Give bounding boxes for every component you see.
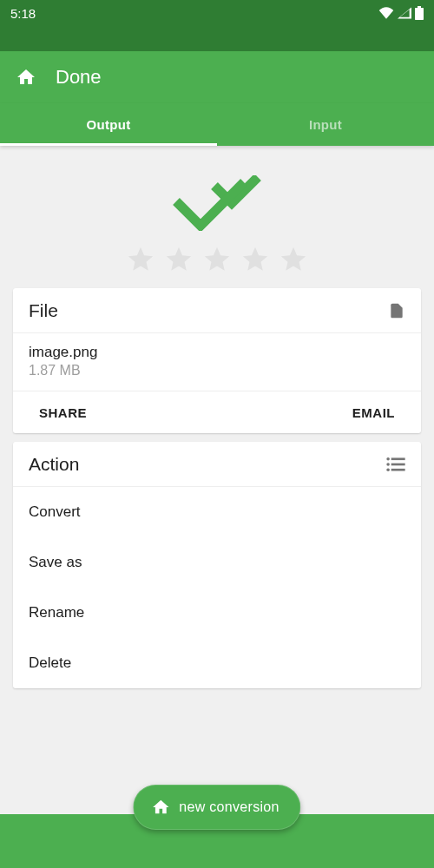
action-rename[interactable]: Rename	[13, 588, 421, 638]
file-name: image.png	[29, 344, 405, 361]
status-icons	[378, 6, 424, 20]
star-icon[interactable]	[279, 245, 308, 274]
action-save-as[interactable]: Save as	[13, 537, 421, 588]
email-label: EMAIL	[352, 405, 395, 420]
tab-input[interactable]: Input	[217, 103, 434, 146]
action-item-label: Delete	[29, 654, 71, 671]
list-icon	[386, 457, 405, 471]
action-card: Action Convert Save as Rename Delete	[13, 442, 421, 688]
file-icon	[388, 301, 405, 320]
svg-point-2	[386, 463, 390, 466]
page-title: Done	[56, 66, 102, 89]
status-bar: 5:18	[0, 0, 434, 26]
tabs: Output Input	[0, 103, 434, 146]
star-icon[interactable]	[240, 245, 270, 274]
file-actions-row: SHARE EMAIL	[13, 391, 421, 433]
done-check-icon	[13, 146, 421, 245]
app-bar: Done	[0, 51, 434, 103]
star-icon[interactable]	[126, 245, 155, 274]
email-button[interactable]: EMAIL	[217, 391, 421, 433]
star-icon[interactable]	[202, 245, 232, 274]
action-item-label: Save as	[29, 554, 82, 570]
svg-point-4	[386, 468, 390, 471]
battery-icon	[415, 6, 424, 20]
svg-rect-3	[391, 464, 405, 466]
rating-stars[interactable]	[13, 245, 421, 288]
svg-point-0	[386, 457, 390, 461]
new-conversion-label: new conversion	[179, 799, 279, 815]
home-icon[interactable]	[16, 67, 36, 88]
file-card-title: File	[29, 300, 58, 321]
action-convert[interactable]: Convert	[13, 487, 421, 537]
screen: 5:18 Done Output Input	[0, 0, 434, 868]
action-list: Convert Save as Rename Delete	[13, 487, 421, 688]
signal-icon	[398, 7, 411, 19]
svg-rect-5	[391, 469, 405, 471]
action-delete[interactable]: Delete	[13, 638, 421, 688]
content-area: File image.png 1.87 MB SHARE EMAIL Actio…	[0, 146, 434, 688]
action-card-header: Action	[13, 442, 421, 487]
svg-rect-1	[391, 457, 405, 460]
tab-output-label: Output	[87, 117, 131, 132]
file-info: image.png 1.87 MB	[13, 333, 421, 391]
star-icon[interactable]	[164, 245, 194, 274]
tab-output[interactable]: Output	[0, 103, 217, 146]
action-card-title: Action	[29, 454, 79, 475]
file-card: File image.png 1.87 MB SHARE EMAIL	[13, 288, 421, 433]
tab-input-label: Input	[309, 117, 342, 132]
action-item-label: Rename	[29, 604, 84, 621]
new-conversion-button[interactable]: new conversion	[133, 785, 300, 830]
action-item-label: Convert	[29, 503, 81, 520]
share-button[interactable]: SHARE	[13, 391, 217, 433]
file-size: 1.87 MB	[29, 363, 405, 378]
wifi-icon	[378, 7, 394, 19]
status-bar-bg-extender	[0, 26, 434, 51]
share-label: SHARE	[39, 405, 87, 420]
home-icon	[151, 798, 170, 817]
file-card-header: File	[13, 288, 421, 333]
clock-text: 5:18	[10, 6, 36, 21]
